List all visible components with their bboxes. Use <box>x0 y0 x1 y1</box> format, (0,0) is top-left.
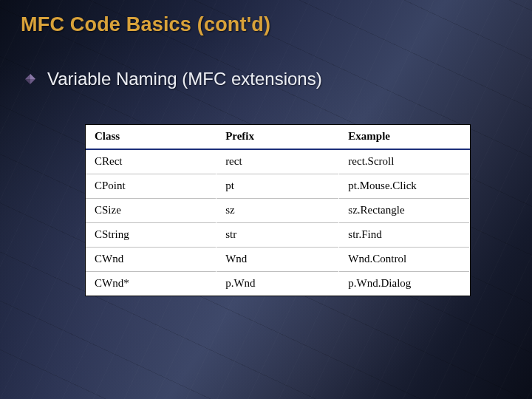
cell-prefix: p.Wnd <box>216 272 339 296</box>
table-row: CString str str.Find <box>86 223 470 248</box>
naming-table: Class Prefix Example CRect rect rect.Scr… <box>86 125 470 296</box>
cell-example: p.Wnd.Dialog <box>339 272 470 296</box>
subtitle-row: Variable Naming (MFC extensions) <box>21 69 511 89</box>
table-header-row: Class Prefix Example <box>86 125 470 149</box>
cell-class: CString <box>86 223 216 248</box>
cell-prefix: sz <box>216 199 339 223</box>
slide: MFC Code Basics (cont'd) Variable Naming… <box>0 0 532 399</box>
cell-example: pt.Mouse.Click <box>339 174 470 199</box>
diamond-bullet-icon <box>25 74 35 84</box>
table-row: CSize sz sz.Rectangle <box>86 199 470 223</box>
col-header-prefix: Prefix <box>216 125 339 149</box>
cell-example: rect.Scroll <box>339 149 470 174</box>
col-header-example: Example <box>339 125 470 149</box>
table-row: CWnd Wnd Wnd.Control <box>86 248 470 272</box>
cell-example: sz.Rectangle <box>339 199 470 223</box>
cell-class: CPoint <box>86 174 216 199</box>
cell-prefix: pt <box>216 174 339 199</box>
table-row: CRect rect rect.Scroll <box>86 149 470 174</box>
table-row: CPoint pt pt.Mouse.Click <box>86 174 470 199</box>
table-row: CWnd* p.Wnd p.Wnd.Dialog <box>86 272 470 296</box>
naming-table-wrap: Class Prefix Example CRect rect rect.Scr… <box>86 125 470 296</box>
cell-class: CSize <box>86 199 216 223</box>
cell-example: Wnd.Control <box>339 248 470 272</box>
col-header-class: Class <box>86 125 216 149</box>
cell-prefix: Wnd <box>216 248 339 272</box>
cell-prefix: rect <box>216 149 339 174</box>
page-title: MFC Code Basics (cont'd) <box>21 13 511 36</box>
cell-prefix: str <box>216 223 339 248</box>
cell-class: CRect <box>86 149 216 174</box>
cell-class: CWnd* <box>86 272 216 296</box>
cell-class: CWnd <box>86 248 216 272</box>
subtitle: Variable Naming (MFC extensions) <box>47 69 322 89</box>
cell-example: str.Find <box>339 223 470 248</box>
